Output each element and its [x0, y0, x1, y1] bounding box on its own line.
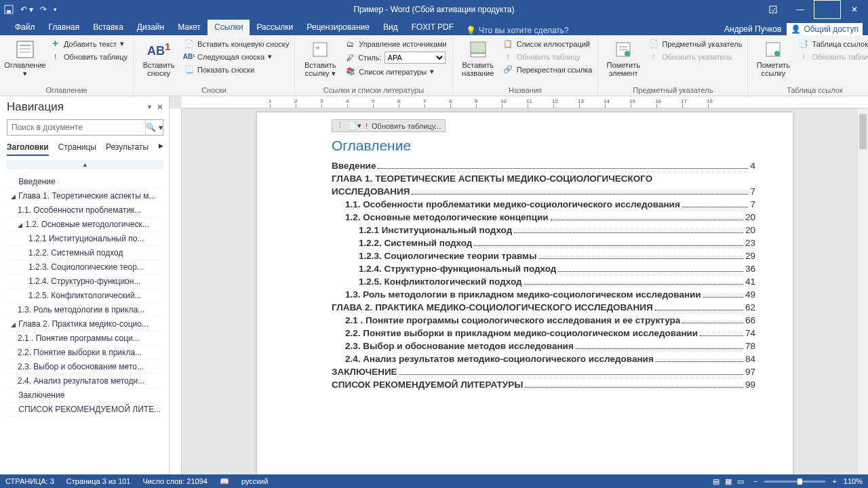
- mark-entry-button[interactable]: Пометить элемент: [602, 38, 644, 86]
- user-name[interactable]: Андрей Пучков: [724, 24, 781, 34]
- document-page[interactable]: ⋮ 📄▾ ! Обновить таблицу... Оглавление Вв…: [257, 113, 793, 474]
- tab-главная[interactable]: Главная: [42, 20, 87, 35]
- nav-tab-results[interactable]: Результаты: [106, 142, 149, 156]
- toc-row[interactable]: 2.3. Выбор и обоснование методов исследо…: [332, 341, 755, 351]
- tree-item[interactable]: Введение: [7, 175, 163, 189]
- nav-close-icon[interactable]: ✕: [157, 102, 163, 112]
- status-spellcheck-icon[interactable]: 📖: [220, 477, 229, 486]
- style-dropdown[interactable]: APA: [384, 52, 446, 64]
- insert-footnote-button[interactable]: AB1 Вставить сноску: [138, 38, 180, 86]
- tab-вставка[interactable]: Вставка: [86, 20, 130, 35]
- toc-row[interactable]: ГЛАВА 2. ПРАКТИКА МЕДИКО-СОЦИОЛОГИЧЕСКОГ…: [332, 302, 755, 312]
- vertical-scrollbar[interactable]: [857, 108, 868, 474]
- nav-tab-pages[interactable]: Страницы: [58, 142, 96, 156]
- tree-item[interactable]: Заключение: [7, 388, 163, 403]
- save-icon[interactable]: [4, 5, 14, 14]
- insert-index-button[interactable]: 📄Предметный указатель: [647, 38, 743, 49]
- tree-item[interactable]: 1.3. Роль методологии в прикла...: [7, 303, 163, 317]
- update-index-button[interactable]: !Обновить указатель: [647, 51, 743, 62]
- view-buttons[interactable]: ▤▦▭: [710, 477, 747, 486]
- undo-icon[interactable]: ↶ ▾: [20, 5, 33, 14]
- manage-sources-button[interactable]: 🗂Управление источниками: [344, 38, 448, 49]
- tree-item[interactable]: 1.1. Особенности проблематик...: [7, 203, 163, 218]
- toc-row[interactable]: 1.3. Роль методологии в прикладном медик…: [332, 289, 755, 300]
- nav-scroll-right-icon[interactable]: ▶: [159, 142, 163, 156]
- ribbon-options-icon[interactable]: [760, 0, 787, 19]
- tree-item[interactable]: 1.2.4. Структурно-функцион...: [7, 274, 163, 289]
- tree-item[interactable]: 2.4. Анализ результатов методи...: [7, 374, 163, 388]
- status-language[interactable]: русский: [241, 477, 268, 485]
- bibliography-button[interactable]: 📚Список литературы ▾: [344, 66, 448, 77]
- add-text-button[interactable]: ✚Добавить текст ▾: [49, 38, 129, 49]
- toc-row[interactable]: 1.2.1 Институциональный подход20: [332, 225, 755, 235]
- toc-row[interactable]: 1.1. Особенности проблематики медико-соц…: [332, 199, 755, 209]
- nav-menu-icon[interactable]: ▼: [146, 104, 153, 110]
- zoom-out-icon[interactable]: −: [753, 477, 757, 485]
- tab-рассылки[interactable]: Рассылки: [250, 20, 300, 35]
- toc-row[interactable]: 1.2. Основные методологические концепции…: [332, 212, 755, 222]
- toc-row[interactable]: ИССЛЕДОВАНИЯ7: [332, 186, 755, 197]
- nav-search[interactable]: 🔍 ▾: [7, 119, 163, 136]
- tree-item[interactable]: 2.3. Выбор и обоснование мето...: [7, 360, 163, 374]
- horizontal-ruler[interactable]: 123456789101112131415161718: [182, 96, 868, 108]
- nav-collapse-button[interactable]: ▲: [7, 160, 163, 169]
- tree-item[interactable]: 1.2.2. Системный подход: [7, 246, 163, 260]
- maximize-button[interactable]: [814, 0, 841, 19]
- qat-more-icon[interactable]: ▾: [54, 6, 57, 13]
- tab-ссылки[interactable]: Ссылки: [208, 20, 250, 35]
- tab-дизайн[interactable]: Дизайн: [130, 20, 171, 35]
- insert-citation-button[interactable]: ” Вставить ссылку ▾: [299, 38, 341, 86]
- status-page[interactable]: СТРАНИЦА: 3: [5, 477, 54, 485]
- toc-refresh-icon[interactable]: !: [366, 122, 368, 130]
- show-footnotes-button[interactable]: 📃Показать сноски: [182, 64, 290, 75]
- toc-row[interactable]: 1.2.4. Структурно-функциональный подход3…: [332, 264, 755, 274]
- zoom-slider[interactable]: [764, 481, 825, 483]
- search-icon[interactable]: 🔍 ▾: [145, 120, 163, 135]
- toc-row[interactable]: ЗАКЛЮЧЕНИЕ97: [332, 367, 755, 377]
- tree-item[interactable]: 2.2. Понятие выборки в прикла...: [7, 346, 163, 360]
- zoom-in-icon[interactable]: +: [832, 477, 836, 485]
- toc-grip-icon[interactable]: ⋮: [336, 121, 344, 130]
- insert-caption-button[interactable]: Вставить название: [457, 38, 499, 86]
- tree-item[interactable]: 1.2.5. Конфликтологический...: [7, 289, 163, 303]
- toc-row[interactable]: 2.1 . Понятие программы социологического…: [332, 315, 755, 325]
- toc-row[interactable]: 1.2.2. Системный подход23: [332, 238, 755, 248]
- redo-icon[interactable]: ↷: [40, 5, 47, 14]
- toc-row[interactable]: СПИСОК РЕКОМЕНДУЕМОЙ ЛИТЕРАТУРЫ99: [332, 380, 755, 390]
- insert-endnote-button[interactable]: 📄Вставить концевую сноску: [182, 38, 290, 49]
- cross-reference-button[interactable]: 🔗Перекрестная ссылка: [502, 64, 594, 75]
- tree-item[interactable]: 1.2.3. Социологические теор...: [7, 260, 163, 274]
- tab-файл[interactable]: Файл: [8, 20, 42, 35]
- vertical-ruler[interactable]: [170, 108, 182, 474]
- update-toc-button[interactable]: !Обновить таблицу: [49, 51, 129, 62]
- nav-tab-headings[interactable]: Заголовки: [7, 142, 49, 156]
- toc-button[interactable]: Оглавление ▾: [4, 38, 46, 86]
- tree-item[interactable]: 2.1 . Понятие программы соци...: [7, 331, 163, 346]
- tab-макет[interactable]: Макет: [171, 20, 208, 35]
- table-of-figures-button[interactable]: 📋Список иллюстраций: [502, 38, 594, 49]
- toc-row[interactable]: ГЛАВА 1. ТЕОРЕТИЧЕСКИЕ АСПЕКТЫ МЕДИКО-СО…: [332, 174, 755, 184]
- tell-me[interactable]: 💡 Что вы хотите сделать?: [460, 26, 569, 35]
- toc-row[interactable]: 2.4. Анализ результатов методико-социоло…: [332, 354, 755, 364]
- share-button[interactable]: 👤 Общий доступ: [787, 23, 863, 35]
- toc-update-bar[interactable]: ⋮ 📄▾ ! Обновить таблицу...: [332, 119, 446, 132]
- toc-row[interactable]: Введение4: [332, 161, 755, 171]
- update-figures-button[interactable]: !Обновить таблицу: [502, 51, 594, 62]
- toc-row[interactable]: 1.2.3. Социологические теории травмы29: [332, 251, 755, 261]
- toc-row[interactable]: 1.2.5. Конфликтологический подход41: [332, 277, 755, 287]
- status-words[interactable]: Число слов: 21094: [142, 477, 207, 485]
- tab-вид[interactable]: Вид: [376, 20, 405, 35]
- close-button[interactable]: ✕: [841, 0, 868, 19]
- next-footnote-button[interactable]: AB¹Следующая сноска ▾: [182, 51, 290, 62]
- status-page-of[interactable]: Страница 3 из 101: [66, 477, 131, 485]
- mark-citation-button[interactable]: Пометить ссылку: [752, 38, 794, 86]
- tab-рецензирование[interactable]: Рецензирование: [300, 20, 376, 35]
- tree-item[interactable]: ◢ Глава 2. Практика медико-социо...: [7, 317, 163, 331]
- table-authorities-button[interactable]: 📑Таблица ссылок: [797, 38, 868, 49]
- tree-item[interactable]: ◢ Глава 1. Теоретические аспекты м...: [7, 189, 163, 203]
- minimize-button[interactable]: —: [787, 0, 814, 19]
- tree-item[interactable]: 1.2.1 Институциональный по...: [7, 232, 163, 246]
- tree-item[interactable]: СПИСОК РЕКОМЕНДУЕМОЙ ЛИТЕ...: [7, 403, 163, 417]
- toc-row[interactable]: 2.2. Понятие выборки в прикладном медико…: [332, 328, 755, 338]
- tab-foxit pdf[interactable]: FOXIT PDF: [405, 20, 460, 35]
